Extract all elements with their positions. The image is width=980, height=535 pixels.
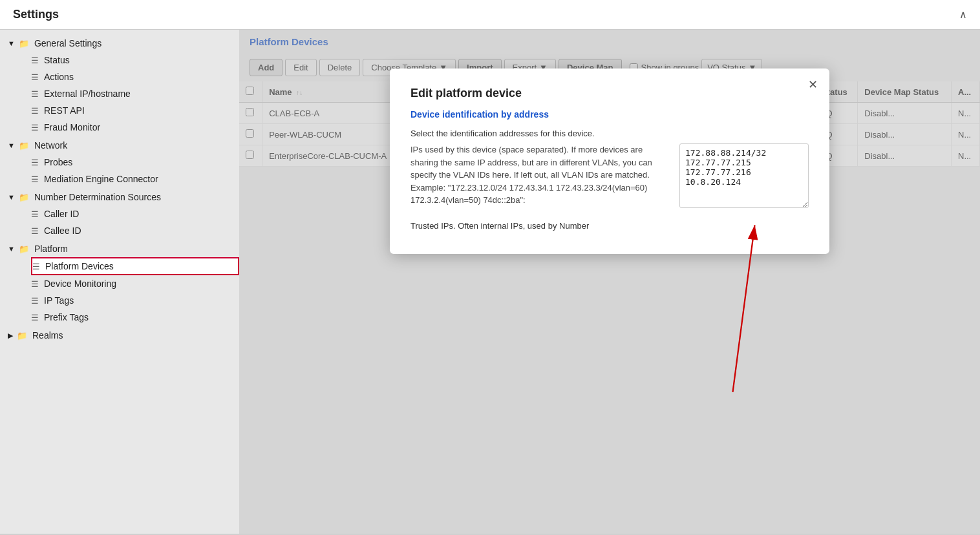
sidebar-group-label: General Settings: [34, 38, 101, 48]
main-layout: ▼ 📁 General Settings ☰ Status ☰ Actions …: [0, 30, 980, 534]
modal-field-label: IPs used by this device (space separated…: [410, 143, 666, 207]
modal-trusted-ips-label: Trusted IPs. Often internal IPs, used by…: [410, 221, 809, 231]
folder-icon: 📁: [19, 244, 29, 254]
modal-close-button[interactable]: ✕: [808, 78, 818, 92]
chevron-down-icon: ▼: [8, 39, 15, 47]
sidebar-item-callee-id[interactable]: ☰ Callee ID: [31, 222, 239, 239]
sidebar-item-label: Fraud Monitor: [44, 122, 100, 132]
sidebar-children-general: ☰ Status ☰ Actions ☰ External IP/hostnam…: [0, 52, 239, 136]
chevron-down-icon: ▼: [8, 245, 15, 253]
sidebar-item-label: REST API: [44, 105, 85, 116]
doc-icon: ☰: [31, 313, 39, 322]
sidebar-item-label: Status: [44, 55, 70, 65]
chevron-right-icon: ▶: [8, 331, 13, 340]
sidebar-group-general-settings[interactable]: ▼ 📁 General Settings: [0, 35, 239, 52]
sidebar-item-label: Device Monitoring: [44, 278, 116, 289]
folder-icon: 📁: [19, 39, 29, 48]
sidebar-section-platform: ▼ 📁 Platform ☰ Platform Devices ☰ Device…: [0, 240, 239, 326]
folder-icon: 📁: [17, 331, 27, 341]
sidebar-item-device-monitoring[interactable]: ☰ Device Monitoring: [31, 275, 239, 292]
modal-body-text: Select the identification addresses for …: [410, 129, 809, 138]
modal-right: [679, 143, 809, 211]
doc-icon: ☰: [31, 56, 39, 65]
sidebar-item-mediation-engine[interactable]: ☰ Mediation Engine Connector: [31, 171, 239, 187]
edit-device-modal: ✕ Edit platform device Device identifica…: [390, 68, 829, 254]
sidebar-section-number-determination: ▼ 📁 Number Determination Sources ☰ Calle…: [0, 189, 239, 239]
sidebar-item-actions[interactable]: ☰ Actions: [31, 68, 239, 85]
sidebar-item-label: Actions: [44, 72, 74, 82]
content-area: Platform Devices Add Edit Delete Choose …: [239, 30, 980, 534]
app-header: Settings ∧: [0, 0, 980, 30]
doc-icon: ☰: [31, 296, 39, 306]
doc-icon: ☰: [31, 174, 39, 184]
sidebar-item-label: Callee ID: [44, 226, 81, 236]
chevron-down-icon: ▼: [8, 142, 15, 149]
sidebar-item-probes[interactable]: ☰ Probes: [31, 154, 239, 171]
modal-subtitle: Device identification by address: [410, 109, 809, 120]
modal-left: IPs used by this device (space separated…: [410, 143, 666, 211]
sidebar-item-label: Caller ID: [44, 209, 79, 219]
doc-icon: ☰: [31, 279, 39, 289]
doc-icon: ☰: [31, 226, 39, 236]
sidebar-children-number-determination: ☰ Caller ID ☰ Callee ID: [0, 205, 239, 239]
doc-icon: ☰: [32, 262, 40, 271]
sidebar-group-network[interactable]: ▼ 📁 Network: [0, 137, 239, 154]
doc-icon: ☰: [31, 209, 39, 219]
sidebar-section-network: ▼ 📁 Network ☰ Probes ☰ Mediation Engine …: [0, 137, 239, 187]
modal-title: Edit platform device: [410, 87, 809, 100]
sidebar-item-rest-api[interactable]: ☰ REST API: [31, 102, 239, 119]
sidebar-item-label: Mediation Engine Connector: [44, 174, 158, 184]
sidebar-group-realms[interactable]: ▶ 📁 Realms: [0, 327, 239, 344]
doc-icon: ☰: [31, 158, 39, 167]
collapse-icon[interactable]: ∧: [959, 8, 967, 21]
sidebar-item-label: External IP/hostname: [44, 89, 131, 99]
sidebar-section-realms: ▶ 📁 Realms: [0, 327, 239, 344]
doc-icon: ☰: [31, 72, 39, 82]
sidebar-group-platform[interactable]: ▼ 📁 Platform: [0, 240, 239, 257]
sidebar-item-label: Probes: [44, 157, 72, 167]
doc-icon: ☰: [31, 89, 39, 99]
sidebar-item-fraud-monitor[interactable]: ☰ Fraud Monitor: [31, 119, 239, 136]
doc-icon: ☰: [31, 123, 39, 132]
sidebar-group-label: Network: [34, 140, 67, 151]
sidebar-item-caller-id[interactable]: ☰ Caller ID: [31, 205, 239, 222]
ip-addresses-textarea[interactable]: [679, 143, 809, 208]
sidebar-group-label: Number Determination Sources: [34, 192, 161, 202]
sidebar-item-platform-devices[interactable]: ☰ Platform Devices: [31, 257, 239, 275]
folder-icon: 📁: [19, 193, 29, 202]
sidebar-item-label: Prefix Tags: [44, 312, 89, 322]
sidebar: ▼ 📁 General Settings ☰ Status ☰ Actions …: [0, 30, 239, 534]
sidebar-item-ip-tags[interactable]: ☰ IP Tags: [31, 292, 239, 309]
modal-overlay: ✕ Edit platform device Device identifica…: [239, 30, 980, 534]
sidebar-item-label: IP Tags: [44, 295, 74, 306]
sidebar-item-external-ip[interactable]: ☰ External IP/hostname: [31, 85, 239, 102]
sidebar-group-label: Realms: [32, 330, 63, 341]
sidebar-section-general: ▼ 📁 General Settings ☰ Status ☰ Actions …: [0, 35, 239, 136]
sidebar-group-number-determination[interactable]: ▼ 📁 Number Determination Sources: [0, 189, 239, 205]
sidebar-item-label: Platform Devices: [45, 261, 114, 271]
sidebar-item-prefix-tags[interactable]: ☰ Prefix Tags: [31, 309, 239, 326]
sidebar-group-label: Platform: [34, 244, 68, 254]
app-title: Settings: [13, 8, 59, 21]
sidebar-children-network: ☰ Probes ☰ Mediation Engine Connector: [0, 154, 239, 187]
doc-icon: ☰: [31, 106, 39, 116]
sidebar-children-platform: ☰ Platform Devices ☰ Device Monitoring ☰…: [0, 257, 239, 326]
sidebar-item-status[interactable]: ☰ Status: [31, 52, 239, 68]
chevron-down-icon: ▼: [8, 193, 15, 201]
app-container: Settings ∧ ▼ 📁 General Settings ☰ Status: [0, 0, 980, 535]
folder-icon: 📁: [19, 141, 29, 151]
modal-section-ip: IPs used by this device (space separated…: [410, 143, 809, 211]
